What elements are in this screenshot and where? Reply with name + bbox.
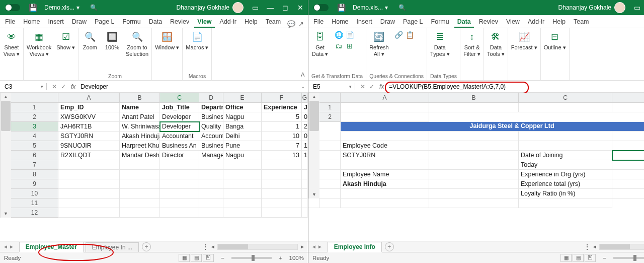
- ribbon-mode-icon[interactable]: ▭: [629, 4, 644, 12]
- zoom-out-button[interactable]: −: [603, 255, 606, 261]
- column-header[interactable]: E: [223, 93, 262, 103]
- comments-icon[interactable]: 💬: [287, 20, 295, 28]
- cell[interactable]: Developer: [160, 112, 199, 122]
- select-all-corner[interactable]: [11, 93, 58, 103]
- menu-tab-reviev[interactable]: Reviev: [476, 17, 501, 28]
- cell[interactable]: 1: [262, 122, 302, 132]
- header-cell[interactable]: Name: [120, 103, 160, 112]
- cell[interactable]: [429, 132, 519, 141]
- cell[interactable]: 07-06-2018: [302, 132, 308, 141]
- column-header[interactable]: D: [612, 93, 644, 103]
- cell[interactable]: [302, 199, 308, 208]
- row-header[interactable]: 10: [11, 189, 58, 199]
- column-header[interactable]: G: [302, 93, 308, 103]
- cell[interactable]: [58, 179, 120, 189]
- menu-tab-help[interactable]: Help: [549, 17, 569, 28]
- cell[interactable]: [160, 179, 199, 189]
- cell[interactable]: 06-09-2022: [612, 160, 644, 170]
- ribbon-button-data-tools[interactable]: 🛠DataTools ▾: [487, 30, 505, 57]
- cell[interactable]: [319, 179, 341, 189]
- cell[interactable]: [120, 208, 160, 218]
- row-header[interactable]: 8: [11, 170, 58, 179]
- formula-input[interactable]: [80, 83, 296, 90]
- cell[interactable]: Manageme: [199, 151, 223, 160]
- cell[interactable]: 43%: [612, 189, 644, 199]
- add-sheet-button[interactable]: +: [142, 242, 151, 251]
- ribbon-button-window[interactable]: 🪟Window ▾: [155, 30, 179, 51]
- ribbon-button-forecast[interactable]: 📈Forecast ▾: [511, 30, 537, 51]
- cell[interactable]: [341, 112, 429, 122]
- column-header[interactable]: B: [429, 93, 519, 103]
- cell[interactable]: R2XILQDT: [58, 151, 120, 160]
- cell[interactable]: [519, 141, 612, 151]
- cell[interactable]: JAH6RT1B: [58, 122, 120, 132]
- cell[interactable]: Business In: [199, 112, 223, 122]
- cell[interactable]: [262, 199, 302, 208]
- formula-input[interactable]: [389, 83, 644, 90]
- cell[interactable]: [223, 170, 262, 179]
- row-header[interactable]: 12: [11, 208, 58, 218]
- zoom-slider[interactable]: [231, 257, 272, 259]
- cell[interactable]: Director: [160, 151, 199, 160]
- ribbon-button-zoom[interactable]: 🔍Zoom: [82, 30, 99, 51]
- minimize-button[interactable]: —: [263, 4, 278, 12]
- cell[interactable]: Loyalty Ratio (in %): [519, 189, 612, 199]
- cell[interactable]: Business In: [199, 141, 223, 151]
- save-icon[interactable]: 💾: [334, 4, 349, 12]
- ribbon-button-data-types[interactable]: ≣DataTypes ▾: [430, 30, 449, 57]
- ribbon-small-button[interactable]: 🗂: [334, 41, 344, 50]
- cell[interactable]: 13: [262, 151, 302, 160]
- cell[interactable]: [160, 189, 199, 199]
- view-break-button[interactable]: 凹: [203, 254, 214, 262]
- cell[interactable]: Today: [519, 160, 612, 170]
- header-cell[interactable]: Emp_ID: [58, 103, 120, 112]
- view-layout-button[interactable]: ▤: [573, 254, 584, 262]
- ribbon-small-button[interactable]: 📋: [405, 30, 415, 39]
- menu-tab-team[interactable]: Team: [263, 17, 284, 28]
- cell[interactable]: [199, 179, 223, 189]
- ribbon-button-sheet-view[interactable]: 👁SheetView ▾: [3, 30, 20, 57]
- cell[interactable]: [262, 170, 302, 179]
- menu-tab-data[interactable]: Data: [146, 17, 165, 28]
- cell[interactable]: [160, 160, 199, 170]
- cell[interactable]: [429, 160, 519, 170]
- cell[interactable]: 7: [262, 141, 302, 151]
- cell[interactable]: [612, 103, 644, 112]
- cell[interactable]: Accountant: [160, 132, 199, 141]
- cell[interactable]: SGTYJ0RN: [58, 132, 120, 141]
- enter-icon[interactable]: ✓: [61, 83, 66, 90]
- autosave-toggle[interactable]: [0, 4, 25, 11]
- cell[interactable]: [302, 189, 308, 199]
- cell[interactable]: [429, 103, 519, 112]
- cell[interactable]: Date of Joining: [519, 151, 612, 160]
- menu-tab-home[interactable]: Home: [329, 17, 351, 28]
- cell[interactable]: Delhi: [223, 132, 262, 141]
- user-account[interactable]: Dhananjay Gokhale: [554, 2, 629, 13]
- cell[interactable]: [519, 199, 612, 208]
- cell[interactable]: 18-03-2013: [302, 151, 308, 160]
- menu-tab-view[interactable]: View: [503, 17, 523, 28]
- cell[interactable]: [262, 189, 302, 199]
- row-header[interactable]: 2: [11, 112, 58, 122]
- cell[interactable]: 27-08-2021: [302, 122, 308, 132]
- cell[interactable]: 10.00: [612, 179, 644, 189]
- zoom-slider[interactable]: [613, 257, 644, 259]
- collapse-ribbon-icon[interactable]: ᐱ: [301, 72, 305, 78]
- sheet-tab-inactive[interactable]: Employee In ...: [86, 242, 139, 252]
- cell[interactable]: [120, 179, 160, 189]
- cell[interactable]: [319, 160, 341, 170]
- cell[interactable]: [429, 199, 519, 208]
- menu-tab-draw[interactable]: Draw: [69, 17, 90, 28]
- cell[interactable]: [612, 132, 644, 141]
- cell[interactable]: [319, 170, 341, 179]
- cancel-icon[interactable]: ✕: [52, 83, 57, 90]
- cell[interactable]: [160, 170, 199, 179]
- cell[interactable]: [429, 189, 519, 199]
- ribbon-button-sort-filter[interactable]: ↕Sort &Filter ▾: [463, 30, 480, 57]
- zoom-out-button[interactable]: −: [221, 255, 224, 261]
- menu-tab-data[interactable]: Data: [454, 17, 474, 28]
- cell[interactable]: 14-05-2022: [302, 141, 308, 151]
- cell[interactable]: [302, 179, 308, 189]
- ribbon-button-workbook-views[interactable]: ▦WorkbookViews ▾: [27, 30, 51, 57]
- cell[interactable]: [199, 199, 223, 208]
